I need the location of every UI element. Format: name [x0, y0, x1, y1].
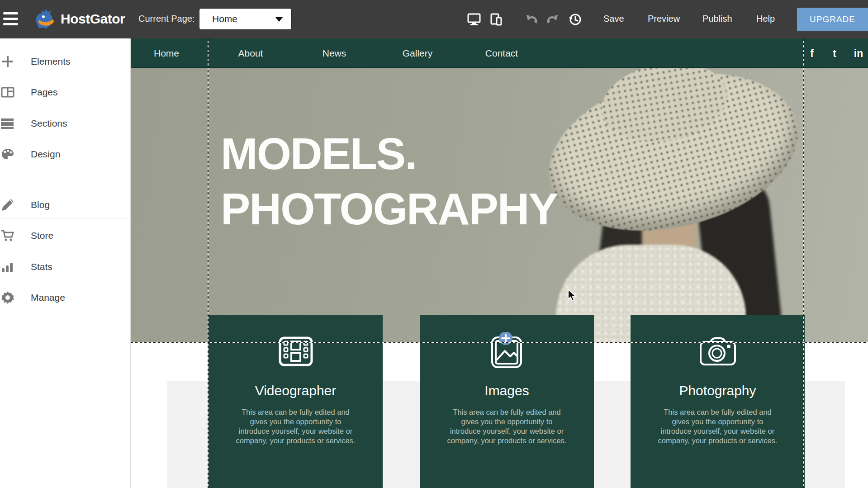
film-icon [209, 332, 383, 370]
sidebar-item-label: Pages [31, 87, 58, 98]
sidebar-item-label: Stats [31, 261, 52, 272]
mouse-cursor [566, 289, 578, 302]
sidebar-item-stats[interactable]: Stats [0, 258, 131, 276]
preview-button[interactable]: Preview [648, 14, 680, 24]
site-nav-gallery[interactable]: Gallery [403, 38, 433, 68]
sidebar-divider [0, 218, 131, 218]
selection-guide-left [208, 38, 209, 488]
twitter-icon[interactable]: t [833, 38, 836, 68]
card-body[interactable]: This area can be fully edited and gives … [657, 407, 778, 445]
chevron-down-icon [275, 17, 283, 22]
selection-guide-bottom [131, 342, 868, 343]
site-nav-news[interactable]: News [323, 38, 346, 68]
pencil-icon [1, 198, 14, 212]
card-title[interactable]: Images [420, 383, 594, 398]
facebook-icon[interactable]: f [810, 38, 814, 68]
hero-title-line2[interactable]: PHOTOGRAPHY [221, 187, 557, 231]
plus-icon [1, 55, 14, 68]
sidebar-item-manage[interactable]: Manage [0, 289, 131, 307]
sections-icon [1, 117, 14, 130]
hostgator-logo: HostGator [33, 7, 125, 31]
undo-icon[interactable] [525, 13, 538, 26]
hostgator-gator-icon [33, 8, 58, 30]
sidebar-item-label: Sections [31, 118, 67, 129]
card-videographer[interactable]: Videographer This area can be fully edit… [209, 315, 383, 488]
cart-icon [1, 229, 14, 242]
card-photography[interactable]: Photography This area can be fully edite… [631, 315, 805, 488]
hero-title-line1[interactable]: MODELS. [221, 132, 416, 176]
page-dropdown[interactable]: Home [199, 8, 292, 30]
sidebar-item-sections[interactable]: Sections [0, 114, 131, 133]
card-title[interactable]: Photography [631, 383, 805, 398]
hero-section[interactable]: MODELS. PHOTOGRAPHY [131, 68, 868, 342]
camera-icon [631, 332, 805, 370]
editor-sidebar: Elements Pages Sections Design Blog [0, 38, 131, 488]
sidebar-item-pages[interactable]: Pages [0, 83, 131, 101]
card-body[interactable]: This area can be fully edited and gives … [235, 407, 356, 445]
sidebar-item-label: Elements [31, 56, 71, 67]
mobile-view-icon[interactable] [489, 13, 503, 26]
sidebar-item-store[interactable]: Store [0, 227, 131, 245]
help-button[interactable]: Help [756, 14, 775, 24]
image-add-icon [420, 332, 594, 370]
bar-chart-icon [1, 260, 14, 274]
desktop-view-icon[interactable] [467, 13, 481, 26]
current-page-label: Current Page: [138, 14, 195, 24]
editor-toolbar: HostGator Current Page: Home Save Previe… [0, 0, 868, 38]
sidebar-item-label: Design [31, 149, 60, 160]
linkedin-icon[interactable]: in [854, 38, 863, 68]
brand-name: HostGator [61, 11, 125, 27]
site-nav-bar[interactable]: Home About News Gallery Contact f t in [131, 38, 868, 68]
gear-icon [1, 291, 14, 304]
palette-icon [1, 147, 14, 161]
publish-button[interactable]: Publish [702, 14, 732, 24]
history-icon[interactable] [568, 13, 582, 26]
page-dropdown-value: Home [212, 14, 237, 24]
sidebar-item-label: Store [31, 230, 53, 241]
sidebar-item-design[interactable]: Design [0, 145, 131, 163]
sidebar-item-elements[interactable]: Elements [0, 52, 131, 71]
sidebar-item-label: Manage [31, 292, 65, 303]
site-nav-home[interactable]: Home [154, 38, 179, 68]
save-button[interactable]: Save [603, 14, 624, 24]
selection-guide-right [803, 38, 804, 488]
card-body[interactable]: This area can be fully edited and gives … [446, 407, 568, 445]
redo-icon[interactable] [546, 13, 560, 26]
hamburger-menu-icon[interactable] [3, 12, 19, 26]
site-nav-about[interactable]: About [238, 38, 263, 68]
card-title[interactable]: Videographer [209, 383, 383, 398]
site-preview-canvas[interactable]: Home About News Gallery Contact f t in M… [131, 38, 868, 488]
sidebar-item-blog[interactable]: Blog [0, 196, 131, 214]
site-nav-contact[interactable]: Contact [485, 38, 518, 68]
sidebar-item-label: Blog [31, 199, 50, 210]
upgrade-button[interactable]: UPGRADE [797, 8, 868, 31]
pages-icon [1, 85, 14, 99]
card-images[interactable]: Images This area can be fully edited and… [420, 315, 594, 488]
